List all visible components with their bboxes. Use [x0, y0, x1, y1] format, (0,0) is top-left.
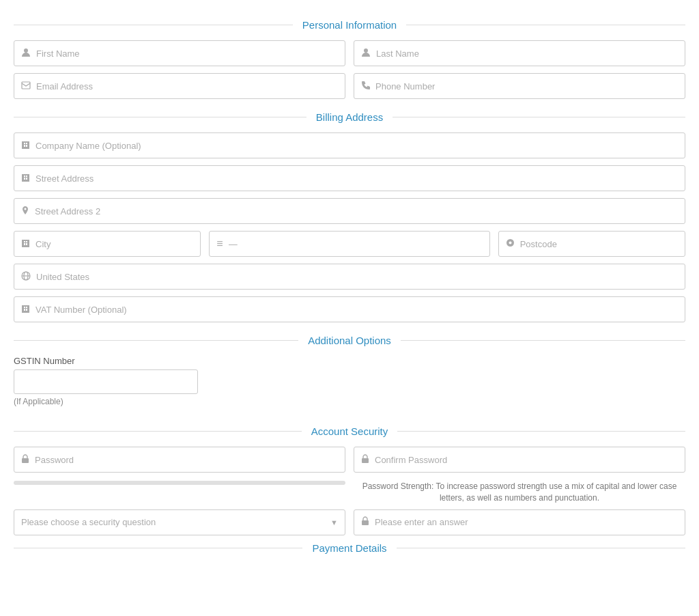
- payment-details-header: Payment Details: [14, 542, 685, 554]
- security-question-row: Please choose a security question What i…: [14, 509, 685, 535]
- company-input[interactable]: [35, 141, 678, 151]
- postcode-group: [498, 231, 685, 257]
- street1-row: [14, 165, 685, 191]
- lock-icon-2: [361, 454, 369, 466]
- password-strength-group: [14, 478, 345, 504]
- vat-row: [14, 296, 685, 322]
- password-hint: Password Strength: To increase password …: [354, 481, 685, 504]
- postcode-icon: [506, 238, 515, 249]
- svg-rect-13: [22, 240, 29, 247]
- billing-address-title: Billing Address: [306, 111, 393, 123]
- first-name-input[interactable]: [36, 48, 338, 59]
- billing-line-left: [14, 117, 306, 117]
- vat-icon: [21, 304, 30, 316]
- city-icon: [21, 238, 30, 250]
- last-name-group: [354, 40, 685, 66]
- additional-options-section: GSTIN Number (If Applicable): [14, 356, 685, 413]
- chevron-down-icon: ▼: [330, 518, 338, 527]
- password-group: [14, 447, 345, 473]
- first-name-group: [14, 40, 345, 66]
- svg-rect-25: [26, 309, 27, 311]
- company-group: [14, 132, 685, 158]
- svg-rect-4: [24, 145, 25, 147]
- country-input-wrap: [14, 264, 685, 290]
- lock-icon-3: [361, 516, 369, 528]
- company-row: [14, 132, 685, 158]
- email-input-wrap: [14, 73, 345, 99]
- svg-rect-26: [24, 307, 25, 308]
- svg-rect-14: [24, 243, 25, 245]
- first-name-input-wrap: [14, 40, 345, 66]
- security-question-select-wrap: Please choose a security question What i…: [14, 509, 345, 535]
- email-icon: [21, 81, 31, 92]
- country-input[interactable]: [36, 272, 678, 282]
- street2-group: [14, 198, 685, 224]
- country-group: [14, 264, 685, 290]
- payment-line-right: [397, 548, 685, 548]
- vat-input[interactable]: [35, 305, 678, 315]
- phone-input[interactable]: [375, 81, 678, 92]
- confirm-password-input-wrap: [354, 447, 685, 473]
- state-input[interactable]: [229, 239, 483, 249]
- security-question-group: Please choose a security question What i…: [14, 509, 345, 535]
- gstin-label: GSTIN Number: [14, 356, 685, 366]
- svg-rect-24: [24, 309, 25, 311]
- phone-group: [354, 73, 685, 99]
- street2-row: [14, 198, 685, 224]
- person-icon-2: [361, 48, 371, 59]
- svg-rect-29: [362, 458, 369, 463]
- postcode-input[interactable]: [520, 239, 678, 249]
- city-state-postcode-row: ≡: [14, 231, 685, 257]
- person-icon: [21, 48, 31, 59]
- svg-rect-8: [22, 174, 29, 182]
- additional-options-header: Additional Options: [14, 335, 685, 346]
- street-icon: [21, 173, 30, 184]
- email-input[interactable]: [36, 81, 338, 92]
- password-row: [14, 447, 685, 473]
- building-icon: [21, 140, 30, 152]
- account-security-header: Account Security: [14, 425, 685, 437]
- svg-rect-15: [26, 243, 27, 245]
- street1-input[interactable]: [35, 173, 678, 184]
- security-line-left: [14, 431, 302, 432]
- svg-rect-11: [24, 176, 25, 177]
- svg-rect-30: [362, 520, 369, 525]
- svg-rect-27: [26, 307, 27, 308]
- security-answer-input[interactable]: [375, 517, 678, 527]
- svg-rect-23: [22, 305, 29, 313]
- password-strength-row: Password Strength: To increase password …: [14, 478, 685, 504]
- additional-line-right: [401, 340, 685, 341]
- svg-point-19: [509, 242, 511, 244]
- header-line-left: [14, 25, 293, 25]
- svg-point-1: [364, 48, 368, 53]
- pin-icon: [21, 206, 29, 217]
- confirm-password-input[interactable]: [375, 455, 678, 465]
- gstin-input[interactable]: [14, 369, 198, 394]
- header-line-right: [406, 25, 685, 25]
- personal-contact-row: [14, 73, 685, 99]
- country-row: [14, 264, 685, 290]
- gstin-sublabel: (If Applicable): [14, 397, 685, 406]
- password-input[interactable]: [35, 455, 338, 465]
- security-question-select[interactable]: Please choose a security question What i…: [21, 517, 330, 527]
- last-name-input-wrap: [354, 40, 685, 66]
- vat-group: [14, 296, 685, 322]
- lock-icon: [21, 454, 29, 466]
- city-input-wrap: [14, 231, 201, 257]
- payment-details-title: Payment Details: [302, 542, 396, 554]
- svg-rect-6: [24, 143, 25, 144]
- street1-input-wrap: [14, 165, 685, 191]
- phone-input-wrap: [354, 73, 685, 99]
- phone-icon: [361, 81, 370, 92]
- last-name-input[interactable]: [376, 48, 678, 59]
- street2-input[interactable]: [35, 206, 678, 216]
- personal-information-header: Personal Information: [14, 19, 685, 31]
- account-security-title: Account Security: [302, 425, 398, 437]
- svg-rect-5: [26, 145, 27, 147]
- state-group: ≡: [209, 231, 489, 257]
- svg-rect-10: [26, 178, 27, 180]
- personal-information-title: Personal Information: [293, 19, 406, 31]
- svg-rect-7: [26, 143, 27, 144]
- svg-rect-12: [26, 176, 27, 177]
- city-input[interactable]: [35, 239, 193, 249]
